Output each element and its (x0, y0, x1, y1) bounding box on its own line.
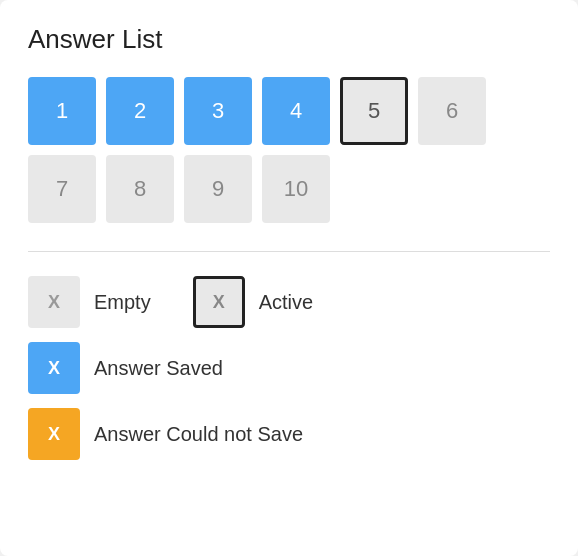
number-btn-7[interactable]: 7 (28, 155, 96, 223)
legend-could-not-save-label: Answer Could not Save (94, 423, 303, 446)
answer-list-card: Answer List 12345678910 X Empty X Active… (0, 0, 578, 556)
legend-empty-label: Empty (94, 291, 151, 314)
number-grid: 12345678910 (28, 77, 550, 223)
legend-saved-label: Answer Saved (94, 357, 223, 380)
number-btn-6[interactable]: 6 (418, 77, 486, 145)
legend-row-could-not-save: X Answer Could not Save (28, 408, 550, 460)
number-btn-10[interactable]: 10 (262, 155, 330, 223)
legend: X Empty X Active X Answer Saved X Answer… (28, 276, 550, 460)
number-btn-4[interactable]: 4 (262, 77, 330, 145)
number-btn-5[interactable]: 5 (340, 77, 408, 145)
legend-active-label: Active (259, 291, 313, 314)
divider (28, 251, 550, 252)
number-btn-1[interactable]: 1 (28, 77, 96, 145)
number-btn-3[interactable]: 3 (184, 77, 252, 145)
number-btn-8[interactable]: 8 (106, 155, 174, 223)
number-btn-2[interactable]: 2 (106, 77, 174, 145)
legend-active-box: X (193, 276, 245, 328)
legend-row-empty-active: X Empty X Active (28, 276, 550, 328)
legend-empty-box: X (28, 276, 80, 328)
legend-row-saved: X Answer Saved (28, 342, 550, 394)
legend-saved-box: X (28, 342, 80, 394)
legend-could-not-save-box: X (28, 408, 80, 460)
number-btn-9[interactable]: 9 (184, 155, 252, 223)
page-title: Answer List (28, 24, 550, 55)
